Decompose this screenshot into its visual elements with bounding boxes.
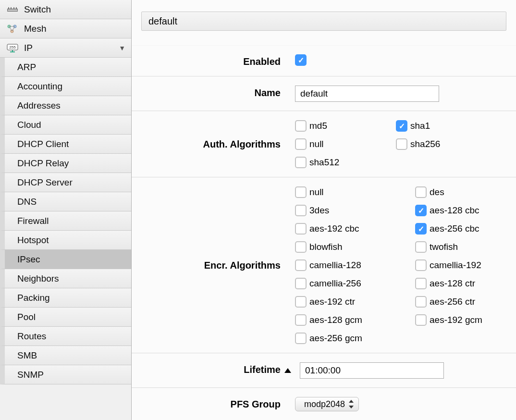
encr-label: camellia-192 xyxy=(430,260,481,271)
sidebar-item-cloud[interactable]: Cloud xyxy=(0,115,131,135)
auth-label: sha1 xyxy=(410,121,430,131)
encr-checkbox-aes-192-ctr[interactable] xyxy=(295,296,307,308)
pfs-group-select[interactable]: modp2048 xyxy=(295,397,359,411)
encr-label: 3des xyxy=(309,205,329,216)
encr-label: aes-256 gcm xyxy=(309,333,362,344)
name-input[interactable] xyxy=(295,86,439,102)
nav-label: Switch xyxy=(24,4,51,15)
auth-option-sha256: sha256 xyxy=(396,138,478,150)
encr-checkbox-aes-128-gcm[interactable] xyxy=(295,314,307,326)
auth-checkbox-sha256[interactable] xyxy=(396,138,407,150)
row-auth-algorithms: Auth. Algorithms md5✓sha1nullsha256sha51… xyxy=(132,111,516,177)
encr-checkbox-aes-256-cbc[interactable]: ✓ xyxy=(415,223,427,235)
row-name: Name xyxy=(132,76,516,111)
encr-checkbox-aes-256-ctr[interactable] xyxy=(415,296,427,308)
sidebar-item-ipsec[interactable]: IPsec xyxy=(0,250,131,269)
sidebar-item-hotspot[interactable]: Hotspot xyxy=(0,231,131,250)
sidebar-item-arp[interactable]: ARP xyxy=(0,58,131,77)
sidebar-item-accounting[interactable]: Accounting xyxy=(0,77,131,96)
encr-checkbox-camellia-256[interactable] xyxy=(295,278,307,289)
auth-checkbox-null[interactable] xyxy=(295,138,307,150)
auth-option-sha512: sha512 xyxy=(295,157,377,168)
label-enabled: Enabled xyxy=(132,54,295,67)
encr-option-camellia-192: camellia-192 xyxy=(415,259,516,271)
label-name: Name xyxy=(132,86,295,99)
svg-text:255: 255 xyxy=(9,45,16,49)
encr-option-aes-128-cbc: ✓aes-128 cbc xyxy=(415,205,516,216)
label-lifetime: Lifetime xyxy=(132,362,295,375)
encr-option-camellia-128: camellia-128 xyxy=(295,259,396,271)
encr-label: camellia-256 xyxy=(309,278,361,289)
auth-option-null: null xyxy=(295,138,377,150)
encr-label: aes-192 gcm xyxy=(430,315,482,325)
sidebar-item-dns[interactable]: DNS xyxy=(0,192,131,211)
encr-checkbox-twofish[interactable] xyxy=(415,241,427,253)
encr-checkbox-aes-192-gcm[interactable] xyxy=(415,314,427,326)
auth-label: sha256 xyxy=(410,139,440,149)
encr-option-aes-192-cbc: aes-192 cbc xyxy=(295,223,396,235)
auth-checkbox-md5[interactable] xyxy=(295,120,307,132)
sidebar: Switch Mesh 255 IP ▼ ARP Accounting Addr… xyxy=(0,0,132,420)
sidebar-item-packing[interactable]: Packing xyxy=(0,288,131,308)
auth-label: null xyxy=(309,139,324,149)
encr-option-aes-256-cbc: ✓aes-256 cbc xyxy=(415,223,516,235)
sidebar-item-pool[interactable]: Pool xyxy=(0,308,131,327)
auth-checkbox-sha512[interactable] xyxy=(295,157,307,168)
nav-switch[interactable]: Switch xyxy=(0,0,131,19)
content-pane: default Enabled ✓ Name Auth. Algorithms … xyxy=(132,0,516,420)
encr-checkbox-aes-256-gcm[interactable] xyxy=(295,333,307,344)
page-title: default xyxy=(141,12,506,31)
sidebar-item-dhcp-server[interactable]: DHCP Server xyxy=(0,173,131,192)
encr-option-aes-256-ctr: aes-256 ctr xyxy=(415,296,516,308)
sidebar-item-routes[interactable]: Routes xyxy=(0,327,131,346)
sidebar-item-dhcp-relay[interactable]: DHCP Relay xyxy=(0,154,131,173)
row-enabled: Enabled ✓ xyxy=(132,45,516,76)
encr-option-aes-128-gcm: aes-128 gcm xyxy=(295,314,396,326)
sidebar-item-addresses[interactable]: Addresses xyxy=(0,96,131,115)
encr-checkbox-des[interactable] xyxy=(415,186,427,198)
label-auth: Auth. Algorithms xyxy=(132,139,295,150)
encr-option-aes-128-ctr: aes-128 ctr xyxy=(415,278,516,289)
encr-option-aes-256-gcm: aes-256 gcm xyxy=(295,333,396,344)
encr-option-camellia-256: camellia-256 xyxy=(295,278,396,289)
sidebar-item-snmp[interactable]: SNMP xyxy=(0,365,131,384)
ip-icon: 255 xyxy=(6,42,19,54)
enabled-checkbox[interactable]: ✓ xyxy=(295,54,307,66)
encr-label: aes-256 cbc xyxy=(430,223,479,234)
encr-checkbox-null[interactable] xyxy=(295,186,307,198)
encr-checkbox-aes-192-cbc[interactable] xyxy=(295,223,307,235)
encr-checkbox-blowfish[interactable] xyxy=(295,241,307,253)
sidebar-item-dhcp-client[interactable]: DHCP Client xyxy=(0,135,131,154)
encr-checkbox-aes-128-cbc[interactable]: ✓ xyxy=(415,205,427,216)
encr-checkbox-camellia-192[interactable] xyxy=(415,259,427,271)
sidebar-item-smb[interactable]: SMB xyxy=(0,346,131,365)
auth-checkbox-sha1[interactable]: ✓ xyxy=(396,120,407,132)
sidebar-item-firewall[interactable]: Firewall xyxy=(0,211,131,231)
auth-label: md5 xyxy=(309,121,327,131)
sidebar-item-neighbors[interactable]: Neighbors xyxy=(0,269,131,288)
collapse-up-icon[interactable] xyxy=(284,368,291,373)
encr-checkbox-aes-128-ctr[interactable] xyxy=(415,278,427,289)
encr-option-aes-192-gcm: aes-192 gcm xyxy=(415,314,516,326)
encr-checkbox-camellia-128[interactable] xyxy=(295,259,307,271)
lifetime-input[interactable] xyxy=(300,362,444,379)
encr-label: aes-128 ctr xyxy=(430,278,475,289)
encr-checkbox-3des[interactable] xyxy=(295,205,307,216)
svg-rect-0 xyxy=(7,9,18,11)
chevron-down-icon: ▼ xyxy=(119,44,125,52)
encr-label: aes-128 cbc xyxy=(430,205,479,216)
auth-algorithms-grid: md5✓sha1nullsha256sha512 xyxy=(295,120,478,168)
encr-label: des xyxy=(430,187,444,198)
encr-label: camellia-128 xyxy=(309,260,361,271)
switch-icon xyxy=(6,4,19,15)
encr-option-aes-192-ctr: aes-192 ctr xyxy=(295,296,396,308)
encr-label: twofish xyxy=(430,242,458,252)
label-encr: Encr. Algorithms xyxy=(132,260,295,271)
row-lifetime: Lifetime xyxy=(132,353,516,388)
encr-label: blowfish xyxy=(309,242,343,252)
nav-mesh[interactable]: Mesh xyxy=(0,19,131,38)
nav-ip[interactable]: 255 IP ▼ xyxy=(0,38,131,58)
encr-algorithms-grid: nulldes3des✓aes-128 cbcaes-192 cbc✓aes-2… xyxy=(295,186,516,344)
row-encr-algorithms: Encr. Algorithms nulldes3des✓aes-128 cbc… xyxy=(132,177,516,353)
auth-label: sha512 xyxy=(309,157,339,168)
